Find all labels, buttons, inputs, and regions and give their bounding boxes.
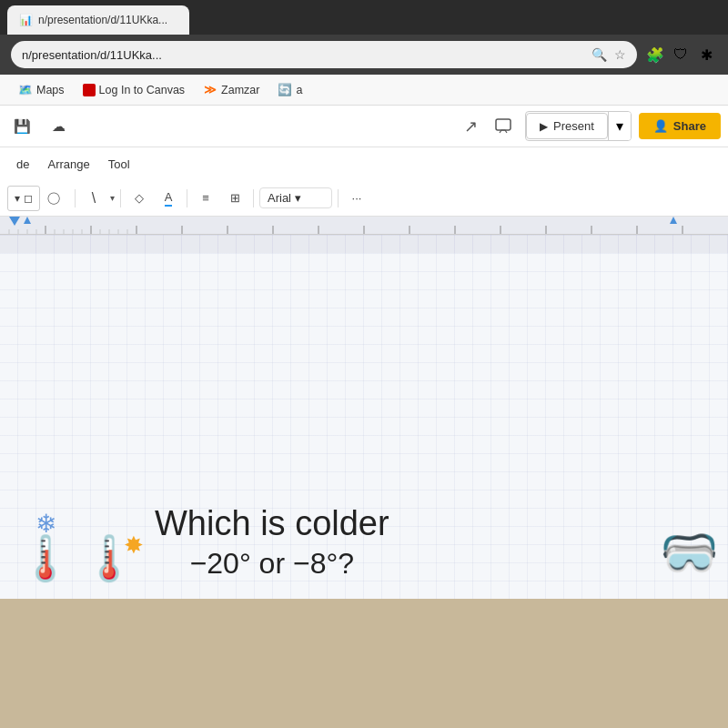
hot-thermo-group: ✸ 🌡️ bbox=[82, 537, 136, 581]
url-text: n/presentation/d/11UKka... bbox=[22, 48, 584, 62]
comment-icon-btn[interactable] bbox=[489, 112, 518, 141]
ruler: // We'll draw this inline bbox=[0, 217, 728, 235]
question-text-group: Which is colder −20° or −8°? bbox=[155, 504, 389, 581]
bookmark-canvas[interactable]: Log In to Canvas bbox=[76, 80, 193, 100]
menu-tool[interactable]: Tool bbox=[99, 152, 139, 177]
bookmark-star-icon[interactable]: ☆ bbox=[614, 47, 626, 62]
shape-select-btn[interactable]: ▾ ◻ bbox=[7, 186, 40, 211]
bookmarks-bar: 🗺️ Maps Log In to Canvas ≫ Zamzar 🔄 a bbox=[0, 75, 728, 106]
font-selector[interactable]: Arial ▾ bbox=[259, 187, 332, 208]
font-dropdown-arrow[interactable]: ▾ bbox=[295, 191, 301, 205]
active-tab[interactable]: 📊 n/presentation/d/11UKka... bbox=[7, 5, 189, 35]
line-btn[interactable]: \ bbox=[81, 186, 106, 211]
ext-puzzle-icon[interactable]: 🧩 bbox=[644, 44, 666, 66]
bookmark-maps[interactable]: 🗺️ Maps bbox=[11, 79, 72, 101]
menu-bar: de Arrange Tool bbox=[0, 147, 728, 180]
cold-thermo-group: ❄ 🌡️ bbox=[18, 511, 73, 581]
address-bar-row: n/presentation/d/11UKka... 🔍 ☆ 🧩 🛡 ✱ bbox=[0, 35, 728, 75]
browser-chrome: 📊 n/presentation/d/11UKka... n/presentat… bbox=[0, 0, 728, 106]
svg-marker-28 bbox=[24, 217, 31, 224]
ext-star-icon[interactable]: ✱ bbox=[695, 44, 717, 66]
bookmark-canvas-label: Log In to Canvas bbox=[99, 84, 186, 96]
format-toolbar: ▾ ◻ ⃝ \ ▾ ◇ A ≡ ⊞ Arial ▾ ··· bbox=[0, 180, 728, 217]
present-group: ▶ Present ▾ bbox=[525, 111, 632, 141]
binoculars-icon: 🥽 bbox=[660, 525, 719, 581]
ext4-favicon: 🔄 bbox=[278, 83, 292, 97]
svg-marker-29 bbox=[670, 217, 677, 224]
search-icon[interactable]: 🔍 bbox=[592, 47, 607, 62]
slide-content: ❄ 🌡️ ✸ 🌡️ Which is colder −20° or −8°? 🥽 bbox=[0, 253, 728, 599]
bookmark-ext4[interactable]: 🔄 a bbox=[270, 79, 309, 101]
tab-bar: 📊 n/presentation/d/11UKka... bbox=[0, 0, 728, 35]
bookmark-zamzar[interactable]: ≫ Zamzar bbox=[196, 79, 267, 101]
bookmark-ext4-label: a bbox=[296, 84, 302, 96]
circle-btn[interactable]: ⃝ bbox=[44, 186, 69, 211]
fill-color-btn[interactable]: ◇ bbox=[126, 186, 152, 211]
grid-btn[interactable]: ⊞ bbox=[222, 186, 248, 211]
divider1 bbox=[75, 189, 76, 207]
maps-favicon: 🗺️ bbox=[18, 83, 33, 97]
share-label: Share bbox=[673, 119, 706, 133]
divider4 bbox=[253, 189, 254, 207]
trend-icon[interactable]: ↗ bbox=[464, 116, 478, 136]
slide-bottom-section: ❄ 🌡️ ✸ 🌡️ Which is colder −20° or −8°? 🥽 bbox=[18, 504, 719, 581]
ruler-marks-svg: // We'll draw this inline bbox=[0, 217, 728, 235]
svg-rect-0 bbox=[496, 119, 511, 130]
present-dropdown[interactable]: ▾ bbox=[608, 112, 631, 140]
cloud-icon-btn[interactable]: ☁ bbox=[44, 112, 73, 141]
cold-thermometer-icon: 🌡️ bbox=[18, 537, 73, 581]
extension-icons: 🧩 🛡 ✱ bbox=[644, 44, 717, 66]
share-button[interactable]: 👤 Share bbox=[639, 113, 721, 139]
divider3 bbox=[187, 189, 187, 207]
font-name: Arial bbox=[268, 191, 291, 205]
line-dropdown[interactable]: ▾ bbox=[110, 193, 115, 203]
divider5 bbox=[338, 189, 339, 207]
question-subtitle: −20° or −8°? bbox=[155, 547, 389, 581]
slides-app: 💾 ☁ ↗ ▶ Present ▾ 👤 Share de Arrange Too… bbox=[0, 106, 728, 599]
menu-de[interactable]: de bbox=[7, 152, 38, 177]
text-color-btn[interactable]: A bbox=[156, 186, 181, 211]
address-bar[interactable]: n/presentation/d/11UKka... 🔍 ☆ bbox=[11, 41, 637, 68]
ext-shield-icon[interactable]: 🛡 bbox=[670, 44, 692, 66]
tab-title: n/presentation/d/11UKka... bbox=[38, 14, 178, 26]
share-person-icon: 👤 bbox=[653, 119, 668, 133]
divider2 bbox=[120, 189, 121, 207]
snowflake-icon: ❄ bbox=[35, 511, 56, 537]
sunburst-icon: ✸ bbox=[124, 533, 144, 557]
zamzar-favicon: ≫ bbox=[203, 83, 217, 97]
slide-canvas[interactable]: ❄ 🌡️ ✸ 🌡️ Which is colder −20° or −8°? 🥽 bbox=[0, 235, 728, 599]
present-button[interactable]: ▶ Present bbox=[526, 113, 608, 139]
bookmark-zamzar-label: Zamzar bbox=[221, 84, 259, 96]
present-label: Present bbox=[553, 119, 594, 133]
canvas-favicon bbox=[83, 84, 96, 96]
more-options-btn[interactable]: ··· bbox=[344, 186, 369, 211]
question-title: Which is colder bbox=[155, 504, 389, 543]
bookmark-maps-label: Maps bbox=[36, 84, 65, 96]
tab-favicon: 📊 bbox=[18, 13, 33, 27]
align-btn[interactable]: ≡ bbox=[193, 186, 218, 211]
menu-arrange[interactable]: Arrange bbox=[38, 152, 98, 177]
save-icon-btn[interactable]: 💾 bbox=[7, 112, 36, 141]
slides-toolbar-top: 💾 ☁ ↗ ▶ Present ▾ 👤 Share bbox=[0, 106, 728, 147]
